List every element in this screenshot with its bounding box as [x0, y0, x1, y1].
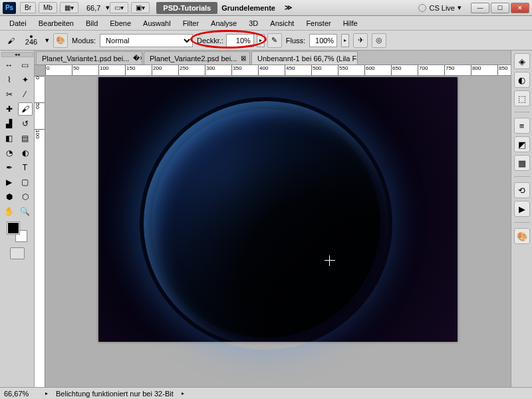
3d-tool[interactable]: ⬢	[2, 190, 17, 203]
stamp-tool[interactable]: ▟	[2, 117, 17, 130]
quick-select-tool[interactable]: ✦	[18, 73, 33, 86]
close-icon[interactable]: �×	[132, 55, 142, 62]
brush-tool-icon[interactable]: 🖌	[4, 34, 17, 47]
close-icon[interactable]: ⊠	[239, 55, 247, 62]
pen-tool[interactable]: ✒	[2, 161, 17, 174]
document-tab[interactable]: Planet_Variante1.psd bei...�×	[36, 51, 142, 65]
document-canvas[interactable]	[98, 77, 458, 342]
menu-bild[interactable]: Bild	[80, 17, 103, 29]
tools-panel: ◂◂ ↔ ▭ ⌇ ✦ ✂ ⁄ ✚ 🖌 ▟ ↺ ◧ ▤ ◔ ◐ ✒ T ▶ ▢ ⬢…	[0, 51, 35, 387]
zoom-tool[interactable]: 🔍	[18, 205, 33, 218]
paths-panel-icon[interactable]: ⬚	[514, 90, 530, 106]
eraser-tool[interactable]: ◧	[2, 132, 17, 145]
ruler-vertical[interactable]: 050100	[35, 76, 45, 387]
workspace: Planet_Variante1.psd bei...�× Planet_Var…	[35, 51, 511, 387]
color-swatches[interactable]	[7, 222, 27, 242]
right-dock: ◈ ◐ ⬚ ≡ ◩ ▦ ⟲ ▶ 🎨	[511, 51, 532, 387]
menu-analyse[interactable]: Analyse	[205, 17, 242, 29]
styles-panel-icon[interactable]: ▦	[514, 155, 530, 171]
channels-panel-icon[interactable]: ◐	[514, 72, 530, 88]
app-logo: Ps	[3, 2, 16, 14]
path-select-tool[interactable]: ▶	[2, 176, 17, 189]
chevron-right-icon[interactable]: ▸	[179, 390, 187, 396]
document-tab[interactable]: Unbenannt-1 bei 66,7% (Lila Farbe, Ebene…	[251, 51, 358, 65]
flow-label: Fluss:	[286, 37, 305, 45]
flow-flyout[interactable]: ▸	[341, 34, 349, 47]
type-tool[interactable]: T	[18, 161, 33, 174]
chevron-right-icon[interactable]: ≫	[285, 3, 293, 12]
pressure-opacity-toggle[interactable]: ✎	[267, 33, 282, 48]
menu-auswahl[interactable]: Auswahl	[138, 17, 176, 29]
eyedropper-tool[interactable]: ⁄	[18, 88, 33, 101]
minimize-button[interactable]: —	[471, 3, 489, 13]
menubar: Datei Bearbeiten Bild Ebene Auswahl Filt…	[0, 16, 532, 31]
layers-panel-icon[interactable]: ◈	[514, 53, 530, 69]
lasso-tool[interactable]: ⌇	[2, 73, 17, 86]
menu-ansicht[interactable]: Ansicht	[265, 17, 299, 29]
3d-camera-tool[interactable]: ⬡	[18, 190, 33, 203]
cslive-button[interactable]: CS Live	[429, 4, 455, 12]
status-zoom[interactable]: 66,67%	[4, 390, 37, 398]
workspace-preset-button[interactable]: PSD-Tutorials	[156, 2, 217, 14]
workspace-label[interactable]: Grundelemente	[221, 4, 275, 12]
statusbar: 66,67% ▸ Belichtung funktioniert nur bei…	[0, 387, 532, 399]
arrange-button[interactable]: ▭▾	[110, 2, 128, 13]
pressure-size-toggle[interactable]: ◎	[372, 33, 386, 48]
planet-shadow	[152, 109, 380, 338]
swatches-panel-icon[interactable]: 🎨	[514, 228, 530, 244]
document-tabs: Planet_Variante1.psd bei...�× Planet_Var…	[35, 51, 511, 65]
crop-tool[interactable]: ✂	[2, 88, 17, 101]
close-button[interactable]: ✕	[511, 3, 529, 13]
actions-panel-icon[interactable]: ▶	[514, 201, 530, 217]
minibridge-button[interactable]: Mb	[39, 2, 57, 13]
titlebar: Ps Br Mb ▦▾ 66,7 ▾ ▭▾ ▣▾ PSD-Tutorials G…	[0, 0, 532, 16]
masks-panel-icon[interactable]: ◩	[514, 136, 530, 152]
chevron-down-icon[interactable]: ▾	[45, 36, 49, 45]
move-tool[interactable]: ↔	[2, 59, 17, 72]
brush-tool[interactable]: 🖌	[18, 102, 33, 116]
options-bar: 🖌 246 ▾ 🎨 Modus: Normal Deckkr.: ▸ ✎ Flu…	[0, 31, 532, 51]
menu-fenster[interactable]: Fenster	[301, 17, 336, 29]
blur-tool[interactable]: ◔	[2, 146, 17, 160]
hand-tool[interactable]: ✋	[2, 205, 17, 218]
menu-ebene[interactable]: Ebene	[104, 17, 136, 29]
opacity-input[interactable]	[226, 34, 254, 47]
adjustments-panel-icon[interactable]: ≡	[514, 118, 530, 134]
shape-tool[interactable]: ▢	[18, 176, 33, 189]
cslive-icon	[418, 4, 426, 12]
foreground-color[interactable]	[7, 222, 19, 234]
gradient-tool[interactable]: ▤	[18, 132, 33, 145]
history-panel-icon[interactable]: ⟲	[514, 182, 530, 198]
document-tab[interactable]: Planet_Variante2.psd bei...⊠	[144, 51, 250, 65]
flow-input[interactable]	[309, 34, 337, 47]
dodge-tool[interactable]: ◐	[18, 146, 33, 160]
history-brush-tool[interactable]: ↺	[18, 117, 33, 130]
screenmode-button[interactable]: ▣▾	[131, 2, 150, 13]
status-info: Belichtung funktioniert nur bei 32-Bit	[56, 390, 174, 398]
mode-label: Modus:	[72, 37, 96, 45]
chevron-right-icon[interactable]: ▸	[43, 390, 51, 396]
menu-bearbeiten[interactable]: Bearbeiten	[33, 17, 79, 29]
view-extras-button[interactable]: ▦▾	[60, 2, 78, 13]
canvas-area[interactable]	[45, 76, 511, 387]
brush-panel-toggle[interactable]: 🎨	[53, 33, 68, 48]
healing-tool[interactable]: ✚	[2, 102, 17, 116]
marquee-tool[interactable]: ▭	[18, 59, 33, 72]
quickmask-toggle[interactable]	[10, 247, 25, 259]
menu-hilfe[interactable]: Hilfe	[338, 17, 363, 29]
menu-datei[interactable]: Datei	[4, 17, 32, 29]
opacity-label: Deckkr.:	[197, 37, 223, 45]
airbrush-toggle[interactable]: ✈	[353, 33, 368, 48]
chevron-down-icon[interactable]: ▾	[458, 3, 462, 12]
menu-filter[interactable]: Filter	[178, 17, 204, 29]
brush-preset-picker[interactable]: 246	[21, 32, 41, 49]
ruler-horizontal[interactable]: 0501001502002503003504004505005506006507…	[45, 65, 511, 76]
panel-collapse-button[interactable]: ◂◂	[1, 52, 33, 57]
blend-mode-select[interactable]: Normal	[100, 34, 193, 47]
zoom-level[interactable]: 66,7	[86, 4, 100, 12]
opacity-flyout[interactable]: ▸	[257, 34, 265, 47]
menu-3d[interactable]: 3D	[243, 17, 263, 29]
maximize-button[interactable]: ☐	[491, 3, 509, 13]
bridge-button[interactable]: Br	[20, 2, 36, 13]
